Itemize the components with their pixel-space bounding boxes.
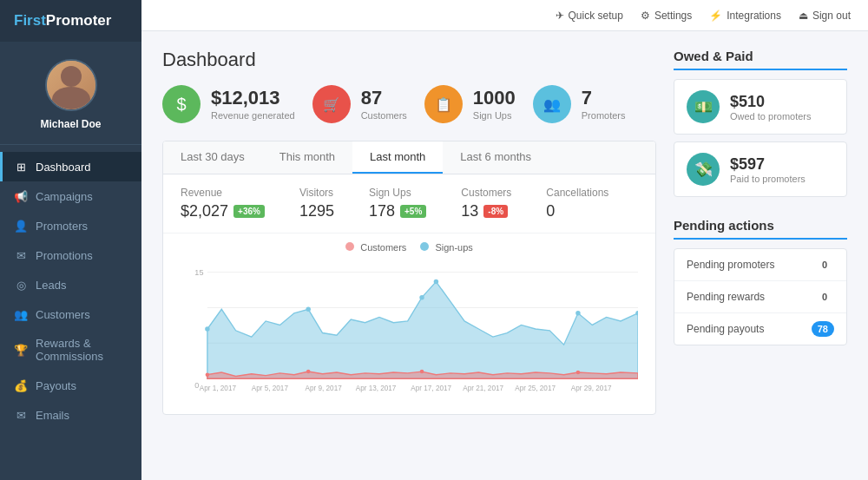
- campaigns-icon: 📢: [14, 189, 28, 203]
- sidebar-item-label: Promotions: [36, 249, 93, 262]
- ps-customers: Customers 13 -8%: [461, 187, 511, 220]
- sidebar-item-rewards[interactable]: 🏆 Rewards & Commissions: [0, 329, 141, 371]
- paid-label: Paid to promoters: [730, 174, 806, 184]
- ps-visitors-label: Visitors: [299, 187, 334, 199]
- avatar-image: [47, 59, 95, 111]
- svg-text:Apr 9, 2017: Apr 9, 2017: [306, 385, 343, 392]
- sidebar-item-label: Customers: [36, 308, 90, 321]
- signups-value: 1000: [473, 88, 516, 108]
- pending-section: Pending actions Pending promoters 0 Pend…: [674, 218, 847, 345]
- svg-point-6: [205, 326, 209, 331]
- sidebar-item-payouts[interactable]: 💰 Payouts: [0, 371, 141, 400]
- panel-stats: Revenue $2,027 +36% Visitors 1295 Sign U…: [163, 174, 655, 233]
- ps-revenue-value: $2,027 +36%: [181, 202, 265, 220]
- sidebar-item-label: Campaigns: [36, 190, 93, 203]
- integrations-icon: ⚡: [709, 10, 722, 22]
- ps-customers-value: 13 -8%: [461, 202, 511, 220]
- profile-section: Michael Doe: [0, 42, 141, 145]
- customers-badge: -8%: [483, 205, 508, 218]
- revenue-icon: $: [162, 85, 201, 123]
- customers-value: 87: [361, 88, 407, 108]
- topbar-settings[interactable]: ⚙ Settings: [641, 10, 692, 22]
- chart-svg: 15 0: [181, 260, 638, 398]
- owed-amount: $510: [730, 93, 812, 111]
- sidebar-item-emails[interactable]: ✉ Emails: [0, 400, 141, 430]
- ps-signups-label: Sign Ups: [369, 187, 426, 199]
- topbar-quicksetup[interactable]: ✈ Quick setup: [556, 10, 623, 22]
- pending-promoters-row: Pending promoters 0: [674, 249, 846, 281]
- promoters-label: Promoters: [582, 110, 626, 121]
- integrations-label: Integrations: [727, 10, 781, 22]
- sidebar-item-promoters[interactable]: 👤 Promoters: [0, 211, 141, 240]
- rewards-icon: 🏆: [14, 343, 28, 357]
- owed-paid-section: Owed & Paid 💵 $510 Owed to promoters 💸 $…: [674, 49, 847, 204]
- promoters-icon: 👤: [14, 219, 28, 233]
- main-area: ✈ Quick setup ⚙ Settings ⚡ Integrations …: [141, 0, 868, 480]
- sidebar-item-promotions[interactable]: ✉ Promotions: [0, 240, 141, 270]
- tab-lastmonth[interactable]: Last month: [352, 141, 443, 174]
- sidebar: FirstPromoter Michael Doe ⊞ Dashboard 📢 …: [0, 0, 141, 480]
- tab-last6months[interactable]: Last 6 months: [443, 141, 549, 174]
- sidebar-item-label: Promoters: [36, 220, 88, 233]
- sidebar-item-label: Rewards & Commissions: [36, 337, 128, 363]
- svg-point-12: [206, 372, 210, 377]
- sidebar-item-customers[interactable]: 👥 Customers: [0, 299, 141, 329]
- paid-icon: 💸: [687, 153, 720, 186]
- sidebar-item-campaigns[interactable]: 📢 Campaigns: [0, 181, 141, 211]
- svg-text:Apr 25, 2017: Apr 25, 2017: [515, 385, 556, 392]
- pending-rewards-label: Pending rewards: [687, 291, 765, 303]
- sidebar-item-dashboard[interactable]: ⊞ Dashboard: [0, 152, 141, 181]
- ps-cancellations-value: 0: [546, 202, 608, 220]
- ps-revenue-label: Revenue: [181, 187, 265, 199]
- ps-signups-value: 178 +5%: [369, 202, 426, 220]
- promoters-stat-icon: 👥: [533, 85, 571, 123]
- legend-customers: Customers: [345, 242, 406, 253]
- chart-area: Customers Sign-ups 15 0: [163, 233, 655, 414]
- signups-legend-dot: [420, 242, 429, 251]
- pending-promoters-count: 0: [815, 257, 834, 273]
- pending-payouts-count[interactable]: 78: [812, 321, 834, 337]
- sidebar-item-leads[interactable]: ◎ Leads: [0, 270, 141, 299]
- tab-last30[interactable]: Last 30 days: [163, 141, 262, 174]
- topbar: ✈ Quick setup ⚙ Settings ⚡ Integrations …: [141, 0, 868, 31]
- svg-point-8: [419, 295, 424, 299]
- ps-signups: Sign Ups 178 +5%: [369, 187, 426, 220]
- logo: FirstPromoter: [0, 0, 141, 42]
- signups-label: Sign Ups: [473, 110, 516, 121]
- stat-revenue: $ $12,013 Revenue generated: [162, 85, 295, 123]
- sidebar-nav: ⊞ Dashboard 📢 Campaigns 👤 Promoters ✉ Pr…: [0, 145, 141, 480]
- paid-amount: $597: [730, 155, 806, 174]
- chart-svg-wrap: 15 0: [181, 260, 638, 401]
- svg-text:0: 0: [194, 381, 199, 390]
- stat-customers: 🛒 87 Customers: [312, 85, 407, 123]
- content-area: Dashboard $ $12,013 Revenue generated 🛒 …: [141, 31, 868, 480]
- promoters-value: 7: [582, 88, 626, 108]
- right-section: Owed & Paid 💵 $510 Owed to promoters 💸 $…: [674, 49, 847, 345]
- sidebar-item-label: Leads: [36, 279, 66, 292]
- chart-legend: Customers Sign-ups: [181, 242, 638, 253]
- revenue-label: Revenue generated: [211, 110, 295, 121]
- revenue-value: $12,013: [211, 88, 295, 108]
- page-title: Dashboard: [162, 49, 656, 71]
- sidebar-item-label: Emails: [36, 409, 69, 422]
- promotions-icon: ✉: [14, 248, 28, 262]
- pending-panel: Pending promoters 0 Pending rewards 0 Pe…: [674, 248, 847, 345]
- tabs-panel: Last 30 days This month Last month Last …: [162, 141, 656, 415]
- svg-point-7: [306, 307, 310, 312]
- svg-text:Apr 1, 2017: Apr 1, 2017: [200, 385, 237, 392]
- pending-payouts-label: Pending payouts: [687, 323, 764, 335]
- dashboard-icon: ⊞: [14, 160, 28, 174]
- avatar: [45, 59, 97, 111]
- tab-thismonth[interactable]: This month: [262, 141, 352, 174]
- quicksetup-icon: ✈: [556, 10, 564, 22]
- owed-card: 💵 $510 Owed to promoters: [674, 79, 847, 135]
- topbar-integrations[interactable]: ⚡ Integrations: [709, 10, 781, 22]
- owed-label: Owed to promoters: [730, 111, 812, 122]
- topbar-signout[interactable]: ⏏ Sign out: [799, 10, 851, 22]
- settings-icon: ⚙: [641, 10, 650, 22]
- revenue-badge: +36%: [233, 205, 265, 218]
- customers-icon: 👥: [14, 307, 28, 321]
- svg-text:15: 15: [194, 268, 203, 277]
- pending-payouts-row: Pending payouts 78: [674, 313, 846, 345]
- signups-icon: 📋: [424, 85, 463, 123]
